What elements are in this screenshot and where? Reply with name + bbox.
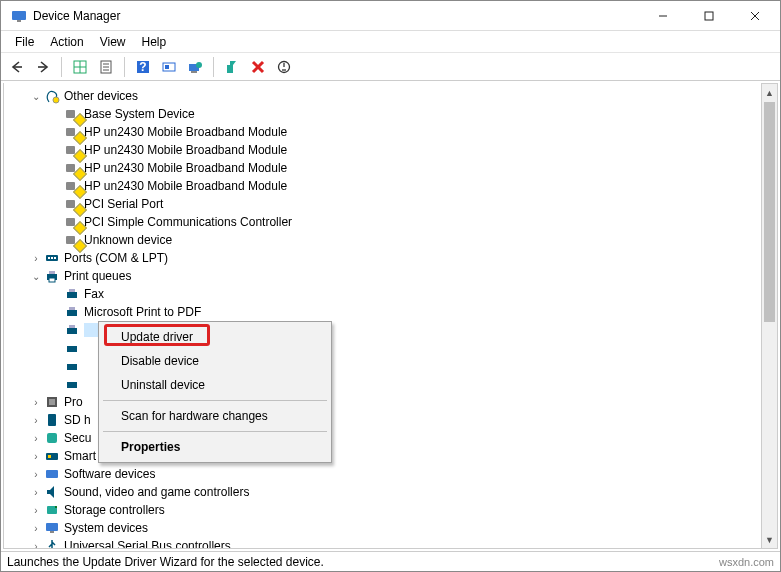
- tree-node-system[interactable]: ›System devices: [4, 519, 761, 537]
- unknown-device-icon: [64, 178, 80, 194]
- printer-icon: [64, 304, 80, 320]
- tree-node-print-queues[interactable]: ⌄Print queues: [4, 267, 761, 285]
- chevron-right-icon[interactable]: ›: [28, 523, 44, 534]
- svg-rect-26: [66, 128, 75, 136]
- enable-device-button[interactable]: [220, 55, 244, 79]
- show-hide-console-button[interactable]: [68, 55, 92, 79]
- help-button[interactable]: ?: [131, 55, 155, 79]
- tree-item[interactable]: HP un2430 Mobile Broadband Module: [4, 159, 761, 177]
- printer-icon: [64, 286, 80, 302]
- svg-rect-30: [66, 200, 75, 208]
- close-button[interactable]: [732, 1, 778, 31]
- svg-rect-46: [67, 346, 77, 352]
- chevron-right-icon[interactable]: ›: [28, 451, 44, 462]
- svg-rect-36: [54, 257, 56, 259]
- tree-item[interactable]: HP un2430 Mobile Broadband Module: [4, 123, 761, 141]
- svg-rect-45: [69, 325, 75, 328]
- chevron-down-icon[interactable]: ⌄: [28, 271, 44, 282]
- tree-node-usb[interactable]: ›Universal Serial Bus controllers: [4, 537, 761, 549]
- printer-icon: [64, 358, 80, 374]
- menu-help[interactable]: Help: [134, 33, 175, 51]
- tree-node-storage[interactable]: ›Storage controllers: [4, 501, 761, 519]
- tree-item[interactable]: Unknown device: [4, 231, 761, 249]
- minimize-button[interactable]: [640, 1, 686, 31]
- unknown-device-icon: [64, 124, 80, 140]
- svg-rect-16: [165, 65, 169, 69]
- disable-device-button[interactable]: [272, 55, 296, 79]
- chip-icon: [44, 394, 60, 410]
- storage-icon: [44, 502, 60, 518]
- menu-view[interactable]: View: [92, 33, 134, 51]
- context-menu: Update driver Disable device Uninstall d…: [98, 321, 332, 463]
- svg-rect-41: [69, 289, 75, 292]
- chevron-right-icon[interactable]: ›: [28, 397, 44, 408]
- scan-hardware-button[interactable]: [157, 55, 181, 79]
- scroll-thumb[interactable]: [764, 102, 775, 322]
- tree-item[interactable]: PCI Serial Port: [4, 195, 761, 213]
- toolbar: ?: [1, 53, 780, 81]
- svg-text:?: ?: [139, 60, 146, 74]
- tree-item-print-pdf[interactable]: Microsoft Print to PDF: [4, 303, 761, 321]
- update-driver-button[interactable]: [183, 55, 207, 79]
- smartcard-icon: [44, 448, 60, 464]
- svg-rect-39: [49, 278, 55, 282]
- unknown-device-icon: [64, 196, 80, 212]
- chevron-right-icon[interactable]: ›: [28, 469, 44, 480]
- tree-node-sound[interactable]: ›Sound, video and game controllers: [4, 483, 761, 501]
- tree-item[interactable]: HP un2430 Mobile Broadband Module: [4, 141, 761, 159]
- sd-icon: [44, 412, 60, 428]
- svg-rect-48: [67, 382, 77, 388]
- ctx-uninstall-device[interactable]: Uninstall device: [101, 373, 329, 397]
- svg-rect-29: [66, 182, 75, 190]
- ctx-properties[interactable]: Properties: [101, 435, 329, 459]
- chevron-right-icon[interactable]: ›: [28, 487, 44, 498]
- tree-item[interactable]: PCI Simple Communications Controller: [4, 213, 761, 231]
- ctx-scan-hardware[interactable]: Scan for hardware changes: [101, 404, 329, 428]
- statusbar: Launches the Update Driver Wizard for th…: [1, 551, 780, 571]
- ctx-separator: [103, 431, 327, 432]
- tree-item[interactable]: HP un2430 Mobile Broadband Module: [4, 177, 761, 195]
- tree-node-ports[interactable]: ›Ports (COM & LPT): [4, 249, 761, 267]
- ctx-disable-device[interactable]: Disable device: [101, 349, 329, 373]
- device-tree[interactable]: ⌄Other devices Base System Device HP un2…: [3, 83, 762, 549]
- maximize-button[interactable]: [686, 1, 732, 31]
- menu-action[interactable]: Action: [42, 33, 91, 51]
- chevron-right-icon[interactable]: ›: [28, 505, 44, 516]
- chevron-right-icon[interactable]: ›: [28, 541, 44, 550]
- tree-item-fax[interactable]: Fax: [4, 285, 761, 303]
- window-title: Device Manager: [33, 9, 640, 23]
- printer-icon: [64, 322, 80, 338]
- usb-icon: [44, 538, 60, 549]
- chevron-right-icon[interactable]: ›: [28, 415, 44, 426]
- unknown-device-icon: [64, 106, 80, 122]
- svg-rect-35: [51, 257, 53, 259]
- svg-rect-20: [227, 65, 233, 73]
- forward-button[interactable]: [31, 55, 55, 79]
- tree-node-software[interactable]: ›Software devices: [4, 465, 761, 483]
- vertical-scrollbar[interactable]: ▲ ▼: [762, 83, 778, 549]
- properties-button[interactable]: [94, 55, 118, 79]
- menu-file[interactable]: File: [7, 33, 42, 51]
- toolbar-separator: [61, 57, 62, 77]
- tree-item[interactable]: Base System Device: [4, 105, 761, 123]
- svg-rect-50: [49, 399, 55, 405]
- tree-node-other-devices[interactable]: ⌄Other devices: [4, 87, 761, 105]
- system-icon: [44, 520, 60, 536]
- scroll-up-button[interactable]: ▲: [762, 84, 777, 101]
- svg-rect-38: [49, 271, 55, 274]
- scroll-down-button[interactable]: ▼: [762, 531, 777, 548]
- svg-rect-34: [48, 257, 50, 259]
- svg-point-57: [55, 506, 57, 508]
- svg-rect-52: [47, 433, 57, 443]
- unknown-device-icon: [64, 160, 80, 176]
- titlebar: Device Manager: [1, 1, 780, 31]
- chevron-right-icon[interactable]: ›: [28, 253, 44, 264]
- chevron-down-icon[interactable]: ⌄: [28, 91, 44, 102]
- back-button[interactable]: [5, 55, 29, 79]
- ctx-update-driver[interactable]: Update driver: [101, 325, 329, 349]
- printer-icon: [64, 376, 80, 392]
- svg-rect-32: [66, 236, 75, 244]
- uninstall-device-button[interactable]: [246, 55, 270, 79]
- chevron-right-icon[interactable]: ›: [28, 433, 44, 444]
- svg-rect-59: [50, 531, 54, 533]
